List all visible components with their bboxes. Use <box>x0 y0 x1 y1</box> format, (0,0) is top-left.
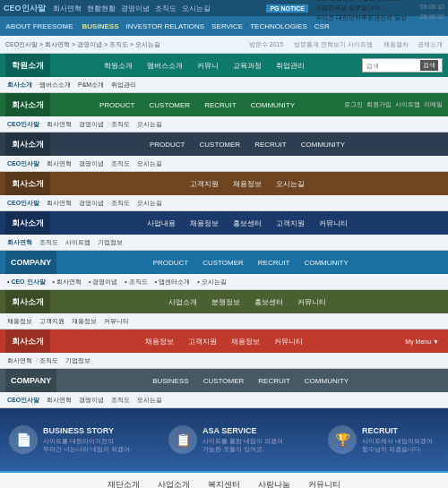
menu-item-recruit2[interactable]: RECRUIT <box>197 93 244 116</box>
sub-item-1-1[interactable]: 회사소개 <box>7 81 32 90</box>
sub-item-6-5[interactable]: • 앱센터소개 <box>155 278 190 287</box>
sub-item-7-1[interactable]: 채용정보 <box>7 317 32 326</box>
menu-item-customer9[interactable]: CUSTOMER <box>196 369 252 392</box>
ceo-apply[interactable]: 공채소개 <box>418 40 443 49</box>
notice-item-2[interactable]: 근원한국금 심문입니다 09.06.10 <box>315 4 444 13</box>
nav2-tech[interactable]: TECHNOLOGIES <box>250 22 307 30</box>
menu-item-community[interactable]: 커뮤니 <box>190 54 226 77</box>
sub-item-3-2[interactable]: 회사연혁 <box>47 159 72 168</box>
sub-item-4-1[interactable]: CEO인사말 <box>7 199 39 208</box>
menu-item-community6[interactable]: COMMUNITY <box>297 251 355 274</box>
bottom-menu-community[interactable]: 커뮤니티 <box>308 479 340 489</box>
sub-item-4-2[interactable]: 회사연혁 <box>47 199 72 208</box>
menu-item-product6[interactable]: PRODUCT <box>146 251 196 274</box>
sub-item-6-1[interactable]: • CEO 인사말 <box>7 278 46 287</box>
sub-item-4-5[interactable]: 오시는길 <box>137 199 162 208</box>
biz-col-3[interactable]: 🏆 RECRUIT 사이트에서 네임이되겠어항수님이 되겠습니다. <box>328 425 448 454</box>
sub-item-5-1[interactable]: 회사연혁 <box>7 238 32 247</box>
sub-item-7-4[interactable]: 커뮤니티 <box>104 317 129 326</box>
sub-item-2-4[interactable]: 조직도 <box>111 120 130 129</box>
menu-item-recruit6[interactable]: RECRUIT <box>251 251 297 274</box>
biz-col-1[interactable]: 📄 BUSINESS STORY 사이트를 대한라이기전의무라간 너는나라 네임… <box>9 425 151 454</box>
menu-title-olive[interactable]: 회사소개 <box>5 290 50 313</box>
sub-item-8-2[interactable]: 조직도 <box>39 356 58 365</box>
sub-item-3-5[interactable]: 오시는길 <box>137 159 162 168</box>
sub-item-3-3[interactable]: 경영이념 <box>79 159 104 168</box>
email-link-2[interactable]: 이메일 <box>424 100 443 109</box>
menu-item-member[interactable]: 맴버스소개 <box>140 54 190 77</box>
menu-item-biz9[interactable]: BUSINESS <box>145 369 195 392</box>
menu-item-biz7[interactable]: 사업소개 <box>161 290 204 313</box>
menu-item-recruit9[interactable]: RECRUIT <box>251 369 297 392</box>
menu-item-community9[interactable]: COMMUNITY <box>297 369 356 392</box>
sub-item-8-3[interactable]: 기업정보 <box>65 356 90 365</box>
menu-item-support5[interactable]: 고객지원 <box>269 211 312 235</box>
sub-item-1-4[interactable]: 취업관리 <box>111 81 136 90</box>
menu-item-customer3[interactable]: CUSTOMER <box>193 133 248 156</box>
sub-item-6-4[interactable]: • 조직도 <box>125 278 147 287</box>
menu-item-pr7[interactable]: 홍보센터 <box>247 290 290 313</box>
nav-item-map[interactable]: 오시는길 <box>182 4 211 13</box>
biz-col-2[interactable]: 📋 ASA SERVICE 사이트를 통한 네임이 되겠어가능한 것들이 있어요… <box>168 425 310 454</box>
menu-item-customer2[interactable]: CUSTOMER <box>142 93 198 116</box>
bottom-menu-business[interactable]: 사업소개 <box>158 479 190 489</box>
menu-item-product2[interactable]: PRODUCT <box>92 93 142 116</box>
nav2-business[interactable]: BUSINESS <box>82 22 119 30</box>
menu-item-recruit8[interactable]: 재용정보 <box>224 330 267 353</box>
nav-item-status[interactable]: 현황현황 <box>87 4 116 13</box>
sub-item-1-2[interactable]: 맴버스소개 <box>39 81 71 90</box>
menu-item-biz5[interactable]: 사업내용 <box>140 211 183 235</box>
login-link-2[interactable]: 로그인 <box>344 100 363 109</box>
nav-item-philosophy[interactable]: 경영이념 <box>121 4 150 13</box>
bottom-menu-sharing[interactable]: 사랑나눔 <box>258 479 290 489</box>
menu-item-job8[interactable]: 채용정보 <box>138 330 181 353</box>
menu-item-hakwon[interactable]: 학원소개 <box>97 54 140 77</box>
menu-item-support8[interactable]: 고객지원 <box>181 330 224 353</box>
bottom-menu-foundation[interactable]: 재단소개 <box>108 479 140 489</box>
nav2-investor[interactable]: INVESTOR RELATIONS <box>125 22 204 30</box>
menu-item-edu[interactable]: 교육과정 <box>226 54 269 77</box>
menu-item-recruit3[interactable]: RECRUIT <box>247 133 294 156</box>
sub-item-1-3[interactable]: P&M소개 <box>78 81 104 90</box>
menu-title-hakwon[interactable]: 학원소개 <box>5 54 50 77</box>
sub-item-9-2[interactable]: 회사연혁 <box>47 396 72 405</box>
sub-item-7-2[interactable]: 고객지원 <box>39 317 65 326</box>
menu-item-job4[interactable]: 채용정보 <box>226 172 269 195</box>
sub-item-2-2[interactable]: 회사연혁 <box>47 120 72 129</box>
sub-item-8-1[interactable]: 회사연혁 <box>7 356 32 365</box>
menu-item-job5[interactable]: 채용정보 <box>183 211 226 235</box>
mymenu-button[interactable]: My Menu ▼ <box>401 338 443 346</box>
sub-item-4-3[interactable]: 경영이념 <box>79 199 104 208</box>
nav-item-org[interactable]: 조직도 <box>155 4 177 13</box>
nav2-csr[interactable]: CSR <box>314 22 330 30</box>
menu-item-community5[interactable]: 커뮤니티 <box>312 211 355 235</box>
menu-title-brown[interactable]: 회사소개 <box>5 172 50 195</box>
menu-title-slate[interactable]: COMPANY <box>5 369 56 392</box>
notice-item-1[interactable]: 좋은 관금을통해 좋은 플랫폼입니다 09.06.22 <box>315 0 444 3</box>
sub-item-6-2[interactable]: • 회사연혁 <box>53 278 82 287</box>
menu-title-red[interactable]: 회사소개 <box>5 330 50 353</box>
menu-title-company2[interactable]: 회사소개 <box>5 93 50 116</box>
sub-item-3-4[interactable]: 조직도 <box>111 159 130 168</box>
menu-item-product3[interactable]: PRODUCT <box>142 133 193 156</box>
sub-item-9-4[interactable]: 조직도 <box>111 396 130 405</box>
menu-item-community7[interactable]: 커뮤니티 <box>290 290 333 313</box>
menu-item-direction4[interactable]: 오시는길 <box>269 172 312 195</box>
menu-item-recruit[interactable]: 취업관리 <box>269 54 312 77</box>
menu-item-support4[interactable]: 고객지원 <box>183 172 226 195</box>
search-button-1[interactable]: 검색 <box>420 60 438 71</box>
sub-item-5-4[interactable]: 기업정보 <box>98 238 123 247</box>
nav-item-history[interactable]: 회사연혁 <box>53 4 82 13</box>
ceo-logo[interactable]: CEO인사말 <box>4 3 46 14</box>
sub-item-5-3[interactable]: 사이트맵 <box>65 238 90 247</box>
menu-item-pr5[interactable]: 홍보센터 <box>226 211 269 235</box>
nav2-service[interactable]: SERVICE <box>211 22 243 30</box>
menu-item-community3[interactable]: COMMUNITY <box>294 133 352 156</box>
sub-item-6-6[interactable]: • 오시는길 <box>197 278 226 287</box>
menu-item-dispute7[interactable]: 분쟁정보 <box>204 290 247 313</box>
notice-item-3[interactable]: 우리건 대한민하투운관전의 일상 09.06.02 <box>315 13 444 22</box>
search-input-1[interactable] <box>366 63 420 69</box>
sub-item-5-2[interactable]: 조직도 <box>39 238 58 247</box>
sub-item-6-3[interactable]: • 경영이념 <box>89 278 117 287</box>
menu-title-dark[interactable]: 회사소개 <box>5 133 50 156</box>
